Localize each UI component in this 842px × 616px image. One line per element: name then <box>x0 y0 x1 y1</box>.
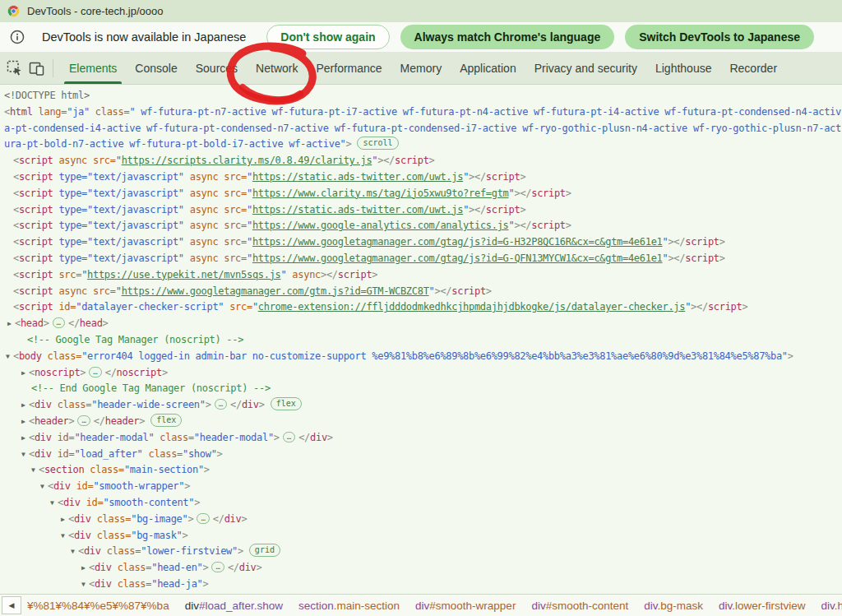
dom-tree-node[interactable]: <script id="datalayer-checker-script" sr… <box>0 299 842 316</box>
dom-tree-node[interactable]: ▶<noscript>…</noscript> <box>0 365 842 382</box>
dom-tree-node[interactable]: ▼<div class="lower-firstview">grid <box>0 544 842 560</box>
expand-arrow-icon[interactable]: ▶ <box>19 397 28 414</box>
collapse-arrow-icon[interactable]: ▼ <box>58 528 67 544</box>
dom-tree-node[interactable]: <script type="text/javascript" async src… <box>0 251 842 267</box>
code-token: < <box>13 269 19 280</box>
code-token: </ <box>94 415 105 427</box>
dom-tree-node[interactable]: a-pt-condensed-i4-active wf-futura-pt-co… <box>0 121 842 137</box>
always-match-language-button[interactable]: Always match Chrome's language <box>400 25 615 49</box>
code-token: div <box>239 562 257 573</box>
code-token: https://www.googletagmanager.com/gtag/js… <box>252 236 663 248</box>
code-token: ></ <box>514 188 531 199</box>
inspect-element-icon[interactable] <box>6 59 24 77</box>
tab-elements[interactable]: Elements <box>60 52 126 84</box>
collapse-arrow-icon[interactable]: ▼ <box>29 462 38 479</box>
code-token: > <box>486 285 492 297</box>
tab-application[interactable]: Application <box>451 52 525 84</box>
dom-tree-node[interactable]: ▼<div id="smooth-content"> <box>0 495 842 512</box>
breadcrumb-item[interactable]: div#smooth-wrapper <box>415 600 516 612</box>
layout-badge[interactable]: grid <box>249 544 280 557</box>
dom-tree-node[interactable]: <script type="text/javascript" async src… <box>0 234 842 251</box>
tab-recorder[interactable]: Recorder <box>720 52 786 84</box>
code-token: script <box>19 285 53 297</box>
breadcrumb-item[interactable]: div#smooth-content <box>531 600 628 612</box>
dom-tree-node[interactable]: <html lang="ja" class=" wf-futura-pt-n7-… <box>0 104 842 121</box>
breadcrumb-item[interactable]: div.lower-firstview <box>719 600 806 612</box>
breadcrumb-item[interactable]: ¥%81¥%84¥%e5¥%87¥%ba <box>27 600 169 612</box>
expand-ellipsis-button[interactable]: … <box>53 317 65 328</box>
dom-tree-node[interactable]: <script type="text/javascript" async src… <box>0 169 842 186</box>
expand-ellipsis-button[interactable]: … <box>89 367 101 377</box>
tab-performance[interactable]: Performance <box>307 52 391 84</box>
code-token: > <box>257 562 262 573</box>
breadcrumb-item[interactable]: div.hea <box>821 600 842 612</box>
switch-devtools-japanese-button[interactable]: Switch DevTools to Japanese <box>625 25 814 49</box>
code-token: < <box>68 513 74 525</box>
toolbar-icons <box>0 52 60 84</box>
dom-tree-node[interactable]: ▶<div id="header-modal" class="header-mo… <box>0 430 842 447</box>
dom-tree-node[interactable]: <script async src="https://www.googletag… <box>0 284 842 300</box>
dom-tree-node[interactable]: ▶<div class="header-wide-screen">…</div>… <box>0 397 842 414</box>
dom-tree: <!DOCTYPE html><html lang="ja" class=" w… <box>0 88 842 593</box>
breadcrumb-scroll-left-button[interactable]: ◀ <box>2 596 21 614</box>
tab-memory[interactable]: Memory <box>391 52 451 84</box>
expand-ellipsis-button[interactable]: … <box>211 562 224 572</box>
dom-tree-node[interactable]: <script type="text/javascript" async src… <box>0 218 842 234</box>
dom-tree-node[interactable]: <script type="text/javascript" async src… <box>0 186 842 202</box>
code-token: <!DOCTYPE html> <box>4 90 90 101</box>
code-token: > <box>566 188 571 199</box>
tab-network[interactable]: Network <box>247 52 307 84</box>
tab-privacy-and-security[interactable]: Privacy and security <box>525 52 646 84</box>
dom-tree-node[interactable]: <!DOCTYPE html> <box>0 88 842 104</box>
dom-tree-node[interactable]: ▼<div id="load_after" class="show"> <box>0 447 842 463</box>
expand-arrow-icon[interactable]: ▶ <box>19 414 28 430</box>
expand-ellipsis-button[interactable]: … <box>215 399 227 410</box>
expand-arrow-icon[interactable]: ▶ <box>79 560 88 577</box>
dom-tree-node[interactable]: ura-pt-bold-n7-active wf-futura-pt-bold-… <box>0 137 842 153</box>
breadcrumb-item[interactable]: div.bg-mask <box>644 600 703 612</box>
dom-tree-node[interactable]: ▼<div class="head-ja"> <box>0 577 842 593</box>
collapse-arrow-icon[interactable]: ▼ <box>68 544 77 560</box>
dom-tree-node[interactable]: <script async src="https://scripts.clari… <box>0 153 842 169</box>
dom-tree-node[interactable]: <script type="text/javascript" async src… <box>0 202 842 219</box>
dom-tree-node[interactable]: ▼<body class="error404 logged-in admin-b… <box>0 349 842 365</box>
dom-tree-node[interactable]: ▶<div class="head-en">…</div> <box>0 560 842 577</box>
tab-console[interactable]: Console <box>126 52 186 84</box>
dom-tree-node[interactable]: <!-- End Google Tag Manager (noscript) -… <box>0 381 842 397</box>
dom-tree-node[interactable]: ▼<section class="main-section"> <box>0 462 842 479</box>
expand-arrow-icon[interactable]: ▶ <box>19 365 28 382</box>
collapse-arrow-icon[interactable]: ▼ <box>19 447 28 463</box>
expand-ellipsis-button[interactable]: … <box>77 415 90 426</box>
expand-ellipsis-button[interactable]: … <box>283 432 295 442</box>
tab-sources[interactable]: Sources <box>187 52 247 84</box>
collapse-arrow-icon[interactable]: ▼ <box>79 577 88 593</box>
breadcrumb-item[interactable]: section.main-section <box>298 600 400 612</box>
breadcrumb-item[interactable]: div#load_after.show <box>185 600 283 612</box>
expand-arrow-icon[interactable]: ▶ <box>58 512 67 528</box>
dom-tree-node[interactable]: <script src="https://use.typekit.net/mvn… <box>0 267 842 284</box>
layout-badge[interactable]: scroll <box>357 137 398 150</box>
layout-badge[interactable]: flex <box>271 397 302 410</box>
dom-tree-node[interactable]: ▼<div id="smooth-wrapper"> <box>0 479 842 495</box>
code-token: div <box>310 432 327 443</box>
code-token: section <box>44 464 84 475</box>
code-token: class= <box>84 464 123 475</box>
dom-tree-node[interactable]: ▶<head>…</head> <box>0 316 842 332</box>
dom-tree-node[interactable]: ▶<header>…</header>flex <box>0 414 842 430</box>
dom-tree-node[interactable]: ▼<div class="bg-mask"> <box>0 528 842 544</box>
dom-tree-node[interactable]: ▶<div class="bg-image">…</div> <box>0 512 842 528</box>
collapse-arrow-icon[interactable]: ▼ <box>48 495 57 512</box>
dont-show-again-button[interactable]: Don't show again <box>266 25 389 49</box>
code-token: "text/javascript" <box>87 188 184 199</box>
code-token: src= <box>218 171 247 183</box>
expand-arrow-icon[interactable]: ▶ <box>5 316 14 332</box>
dom-tree-node[interactable]: <!-- Google Tag Manager (noscript) --> <box>0 332 842 349</box>
code-token: div <box>53 480 71 492</box>
expand-arrow-icon[interactable]: ▶ <box>19 430 28 447</box>
expand-ellipsis-button[interactable]: … <box>197 513 209 524</box>
layout-badge[interactable]: flex <box>150 414 182 427</box>
collapse-arrow-icon[interactable]: ▼ <box>38 479 47 495</box>
collapse-arrow-icon[interactable]: ▼ <box>3 349 12 365</box>
device-toolbar-icon[interactable] <box>28 59 46 77</box>
tab-lighthouse[interactable]: Lighthouse <box>646 52 721 84</box>
